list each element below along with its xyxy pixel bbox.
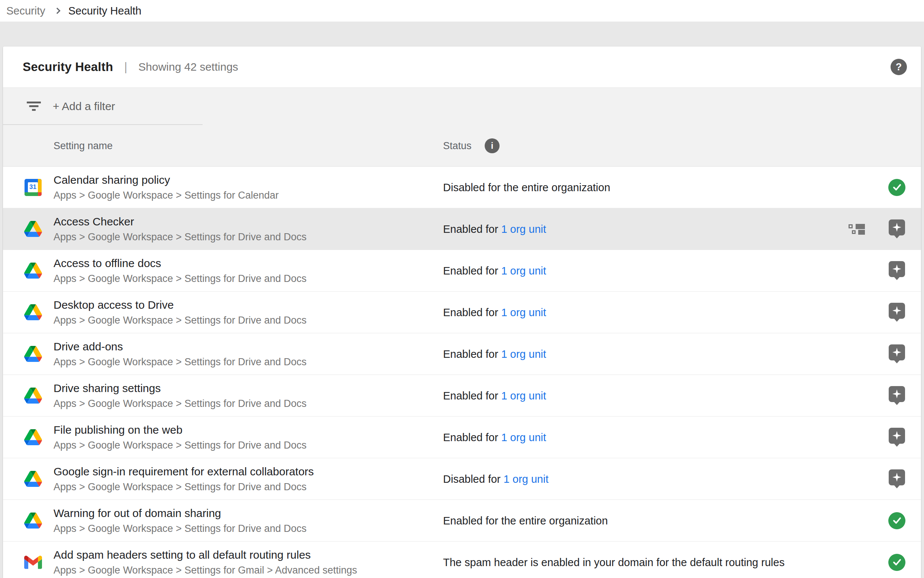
setting-path: Apps > Google Workspace > Settings for D… (53, 231, 307, 243)
google-drive-icon (24, 471, 42, 487)
status-text: Enabled for (443, 390, 501, 401)
google-drive-icon (24, 263, 42, 279)
setting-name: Warning for out of domain sharing (53, 507, 307, 520)
status-cell: Disabled for the entire organization (443, 181, 610, 193)
setting-path: Apps > Google Workspace > Settings for D… (53, 398, 307, 409)
column-header-setting-name: Setting name (53, 140, 113, 151)
status-cell: The spam header is enabled in your domai… (443, 556, 785, 568)
table-row[interactable]: Drive add-ons Apps > Google Workspace > … (3, 333, 921, 375)
status-text: Enabled for (443, 265, 501, 276)
google-drive-icon (24, 221, 42, 237)
org-unit-link[interactable]: 1 org unit (501, 306, 546, 318)
breadcrumb-current: Security Health (68, 5, 142, 17)
google-drive-icon (24, 388, 42, 404)
recommendation-icon[interactable] (889, 386, 905, 406)
org-unit-link[interactable]: 1 org unit (501, 390, 546, 401)
status-text: Enabled for (443, 431, 501, 443)
settings-count: Showing 42 settings (138, 61, 238, 73)
setting-name: Access Checker (53, 215, 307, 228)
setting-path: Apps > Google Workspace > Settings for D… (53, 481, 314, 493)
table-row[interactable]: Warning for out of domain sharing Apps >… (3, 500, 921, 542)
add-filter-button[interactable]: + Add a filter (53, 100, 115, 113)
setting-name: Google sign-in requirement for external … (53, 465, 314, 478)
setting-path: Apps > Google Workspace > Settings for D… (53, 356, 307, 368)
status-ok-check-icon (888, 179, 905, 196)
table-row[interactable]: Google sign-in requirement for external … (3, 458, 921, 500)
google-drive-icon (24, 513, 42, 529)
status-text: Disabled for the entire organization (443, 181, 610, 193)
status-cell: Enabled for 1 org unit (443, 223, 546, 235)
title-divider: | (124, 60, 127, 74)
help-icon[interactable]: ? (890, 59, 907, 75)
security-health-card: Security Health | Showing 42 settings ? … (3, 47, 921, 578)
google-drive-icon (24, 429, 42, 445)
org-unit-link[interactable]: 1 org unit (501, 265, 546, 276)
setting-name: Drive sharing settings (53, 382, 307, 395)
status-cell: Enabled for 1 org unit (443, 348, 546, 360)
settings-list: 31 Calendar sharing policy Apps > Google… (3, 167, 921, 578)
status-info-icon[interactable]: i (485, 138, 500, 153)
status-text: The spam header is enabled in your domai… (443, 556, 785, 568)
setting-path: Apps > Google Workspace > Settings for D… (53, 273, 307, 284)
setting-name: Access to offline docs (53, 257, 307, 270)
setting-path: Apps > Google Workspace > Settings for D… (53, 440, 307, 451)
table-row[interactable]: Add spam headers setting to all default … (3, 542, 921, 578)
table-header: Setting name Status i (3, 125, 921, 167)
column-header-status: Status (443, 140, 472, 151)
setting-name: Drive add-ons (53, 340, 307, 353)
table-row[interactable]: Drive sharing settings Apps > Google Wor… (3, 375, 921, 417)
status-cell: Enabled for 1 org unit (443, 265, 546, 277)
status-cell: Enabled for 1 org unit (443, 306, 546, 318)
org-unit-structure-icon (848, 224, 867, 234)
table-row[interactable]: Desktop access to Drive Apps > Google Wo… (3, 292, 921, 333)
recommendation-icon[interactable] (889, 344, 905, 364)
org-unit-link[interactable]: 1 org unit (501, 348, 546, 360)
breadcrumb-parent-link[interactable]: Security (6, 5, 45, 17)
setting-name: Add spam headers setting to all default … (53, 549, 357, 561)
status-cell: Enabled for 1 org unit (443, 431, 546, 443)
google-drive-icon (24, 346, 42, 362)
page-title: Security Health (23, 60, 113, 74)
card-header: Security Health | Showing 42 settings ? (3, 47, 921, 88)
recommendation-icon[interactable] (889, 428, 905, 447)
filter-list-icon (27, 102, 41, 111)
recommendation-icon[interactable] (889, 219, 905, 239)
table-row[interactable]: Access to offline docs Apps > Google Wor… (3, 250, 921, 292)
status-ok-check-icon (888, 554, 905, 571)
breadcrumb: Security Security Health (0, 0, 924, 21)
google-calendar-icon: 31 (24, 179, 42, 196)
org-unit-link[interactable]: 1 org unit (501, 223, 546, 235)
setting-name: Desktop access to Drive (53, 299, 307, 311)
table-row[interactable]: Access Checker Apps > Google Workspace >… (3, 208, 921, 250)
chevron-right-icon (54, 8, 60, 14)
status-text: Enabled for (443, 223, 501, 235)
gmail-icon (24, 556, 42, 569)
google-drive-icon (24, 304, 42, 320)
setting-path: Apps > Google Workspace > Settings for G… (53, 565, 357, 576)
status-text: Enabled for (443, 348, 501, 360)
status-text: Enabled for the entire organization (443, 515, 608, 526)
setting-path: Apps > Google Workspace > Settings for D… (53, 523, 307, 534)
table-row[interactable]: 31 Calendar sharing policy Apps > Google… (3, 167, 921, 208)
status-cell: Enabled for the entire organization (443, 515, 608, 527)
status-ok-check-icon (888, 512, 905, 529)
filter-bar: + Add a filter (3, 88, 921, 125)
org-unit-link[interactable]: 1 org unit (501, 431, 546, 443)
setting-name: File publishing on the web (53, 424, 307, 436)
org-unit-link[interactable]: 1 org unit (503, 473, 549, 485)
recommendation-icon[interactable] (889, 469, 905, 489)
setting-path: Apps > Google Workspace > Settings for C… (53, 190, 279, 201)
recommendation-icon[interactable] (889, 303, 905, 322)
status-cell: Disabled for 1 org unit (443, 473, 549, 485)
setting-path: Apps > Google Workspace > Settings for D… (53, 315, 307, 326)
setting-name: Calendar sharing policy (53, 174, 279, 186)
status-text: Disabled for (443, 473, 503, 485)
table-row[interactable]: File publishing on the web Apps > Google… (3, 417, 921, 458)
status-text: Enabled for (443, 306, 501, 318)
status-cell: Enabled for 1 org unit (443, 390, 546, 402)
recommendation-icon[interactable] (889, 261, 905, 281)
